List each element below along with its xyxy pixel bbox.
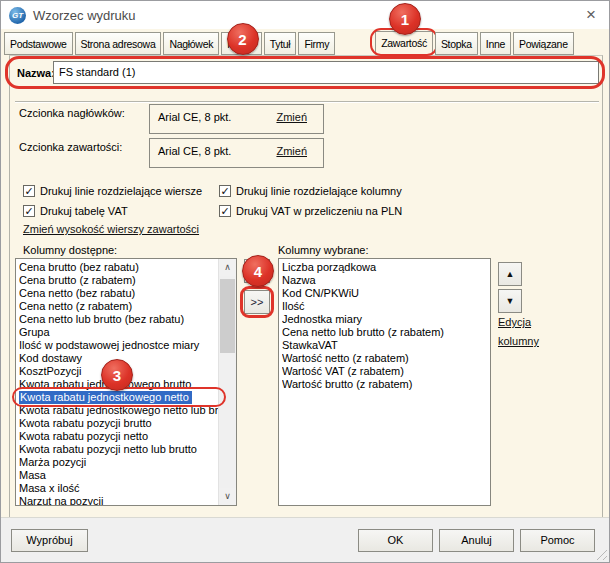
separator — [15, 101, 599, 102]
list-item[interactable]: Kod dostawy — [19, 352, 219, 365]
checkbox-row-lines: ✓ Drukuj linie rozdzielające wiersze — [23, 184, 202, 197]
chosen-columns-items: Liczba porządkowaNazwaKod CN/PKWiUIlośćJ… — [279, 259, 490, 505]
check-icon: ✓ — [220, 186, 229, 196]
list-item[interactable]: StawkaVAT — [282, 339, 490, 352]
list-item[interactable]: Jednostka miary — [282, 313, 490, 326]
arrow-up-icon: ▲ — [506, 269, 515, 279]
list-item[interactable]: Wartość VAT (z rabatem) — [282, 365, 490, 378]
print-vat-pln-label: Drukuj VAT w przeliczeniu na PLN — [236, 205, 402, 217]
list-item[interactable]: Cena netto lub brutto (z rabatem) — [282, 326, 490, 339]
list-item[interactable]: Kwota rabatu pozycji brutto — [19, 417, 219, 430]
checkbox-vat-pln: ✓ Drukuj VAT w przeliczeniu na PLN — [219, 204, 402, 217]
header-font-label: Czcionka nagłówków: — [19, 107, 125, 119]
list-item[interactable]: Cena netto (bez rabatu) — [19, 287, 219, 300]
tab[interactable]: Strona adresowa — [75, 32, 162, 55]
list-item[interactable]: Ilość — [282, 300, 490, 313]
list-item[interactable]: Ilość w podstawowej jednostce miary — [19, 339, 219, 352]
list-item[interactable]: Kwota rabatu jednostkowego netto — [19, 391, 192, 404]
tab[interactable]: Powiązane — [513, 32, 574, 55]
move-up-button[interactable]: ▲ — [498, 262, 522, 286]
list-item[interactable]: Cena netto (z rabatem) — [19, 300, 219, 313]
scrollbar[interactable]: ∧ ∨ — [218, 259, 236, 505]
list-item[interactable]: Kwota rabatu jednostkowego brutto — [19, 378, 219, 391]
move-down-button[interactable]: ▼ — [498, 289, 522, 313]
print-vat-table-label: Drukuj tabelę VAT — [40, 205, 128, 217]
cancel-button[interactable]: Anuluj — [439, 529, 514, 552]
list-item[interactable]: Kwota rabatu pozycji netto — [19, 430, 219, 443]
checkbox-vat-table: ✓ Drukuj tabelę VAT — [23, 204, 128, 217]
print-row-lines-checkbox[interactable]: ✓ — [23, 185, 35, 197]
available-columns-items: Cena brutto (bez rabatu)Cena brutto (z r… — [16, 259, 219, 505]
list-item[interactable]: Nazwa — [282, 274, 490, 287]
list-item[interactable]: Narzut na pozycji — [19, 495, 219, 505]
list-item[interactable]: Kwota rabatu jednostkowego netto lub bru… — [19, 404, 219, 417]
transfer-button-top[interactable] — [244, 259, 270, 283]
list-item[interactable]: Marża pozycji — [19, 456, 219, 469]
available-columns-label: Kolumny dostępne: — [23, 244, 117, 256]
print-vat-table-checkbox[interactable]: ✓ — [23, 205, 35, 217]
list-item[interactable]: Masa x ilość — [19, 482, 219, 495]
list-item[interactable]: Masa — [19, 469, 219, 482]
print-row-lines-label: Drukuj linie rozdzielające wiersze — [40, 185, 202, 197]
button-bar — [1, 517, 609, 562]
edit-column-link-line2[interactable]: kolumny — [498, 335, 539, 347]
chosen-columns-list: Liczba porządkowaNazwaKod CN/PKWiUIlośćJ… — [278, 258, 491, 506]
close-icon[interactable]: × — [586, 5, 596, 25]
content-font-value: Arial CE, 8 pkt. — [158, 145, 231, 167]
edit-column-link[interactable]: Edycja — [498, 316, 531, 328]
title-bar: GT Wzorzec wydruku × — [1, 1, 609, 29]
try-button[interactable]: Wypróbuj — [11, 529, 88, 552]
scroll-up-icon[interactable]: ∧ — [219, 259, 236, 276]
list-item[interactable]: Kwota rabatu pozycji netto lub brutto — [19, 443, 219, 456]
checkbox-column-lines: ✓ Drukuj linie rozdzielające kolumny — [219, 184, 402, 197]
template-name-input[interactable]: FS standard (1) — [53, 61, 599, 84]
scroll-down-icon[interactable]: ∨ — [219, 488, 236, 505]
window-title: Wzorzec wydruku — [33, 8, 136, 23]
check-icon: ✓ — [24, 186, 33, 196]
tab[interactable]: Papier — [221, 32, 262, 55]
content-font-label: Czcionka zawartości: — [19, 141, 122, 153]
list-item[interactable]: Wartość brutto (z rabatem) — [282, 378, 490, 391]
tab[interactable]: Stopka — [435, 32, 478, 55]
scrollbar-thumb[interactable] — [220, 279, 235, 353]
print-column-lines-checkbox[interactable]: ✓ — [219, 185, 231, 197]
tab[interactable]: Firmy — [298, 32, 335, 55]
print-vat-pln-checkbox[interactable]: ✓ — [219, 205, 231, 217]
change-row-height-link[interactable]: Zmień wysokość wierszy zawartości — [23, 223, 199, 235]
print-column-lines-label: Drukuj linie rozdzielające kolumny — [236, 185, 402, 197]
content-font-box: Arial CE, 8 pkt. Zmień — [149, 138, 324, 168]
header-font-value: Arial CE, 8 pkt. — [158, 111, 231, 133]
arrow-down-icon: ▼ — [506, 296, 515, 306]
check-icon: ✓ — [24, 206, 33, 216]
list-item[interactable]: Cena brutto (z rabatem) — [19, 274, 219, 287]
name-label: Nazwa: — [17, 67, 55, 79]
list-item[interactable]: KosztPozycji — [19, 365, 219, 378]
help-button[interactable]: Pomoc — [520, 529, 595, 552]
tab[interactable]: Nagłówek — [163, 32, 219, 55]
check-icon: ✓ — [220, 206, 229, 216]
list-item[interactable]: Kod CN/PKWiU — [282, 287, 490, 300]
list-item[interactable]: Cena brutto (bez rabatu) — [19, 261, 219, 274]
app-logo-icon: GT — [9, 7, 26, 24]
list-item[interactable]: Liczba porządkowa — [282, 261, 490, 274]
list-item[interactable]: Grupa — [19, 326, 219, 339]
ok-button[interactable]: OK — [358, 529, 433, 552]
tab[interactable]: Podstawowe — [4, 32, 73, 55]
tab[interactable]: Tytuł — [264, 32, 297, 55]
tab-bar: PodstawoweStrona adresowaNagłówekPapierT… — [4, 29, 574, 55]
list-item[interactable]: Wartość netto (z rabatem) — [282, 352, 490, 365]
list-item[interactable]: Cena netto lub brutto (bez rabatu) — [19, 313, 219, 326]
tab[interactable]: Zawartość — [375, 31, 433, 55]
chosen-columns-label: Kolumny wybrane: — [278, 244, 369, 256]
print-template-dialog: GT Wzorzec wydruku × PodstawoweStrona ad… — [0, 0, 610, 563]
tab[interactable]: Inne — [480, 32, 511, 55]
change-content-font-link[interactable]: Zmień — [276, 145, 307, 167]
change-header-font-link[interactable]: Zmień — [276, 111, 307, 133]
available-columns-list: Cena brutto (bez rabatu)Cena brutto (z r… — [15, 258, 237, 506]
add-all-columns-button[interactable]: >> — [244, 290, 270, 314]
header-font-box: Arial CE, 8 pkt. Zmień — [149, 104, 324, 134]
